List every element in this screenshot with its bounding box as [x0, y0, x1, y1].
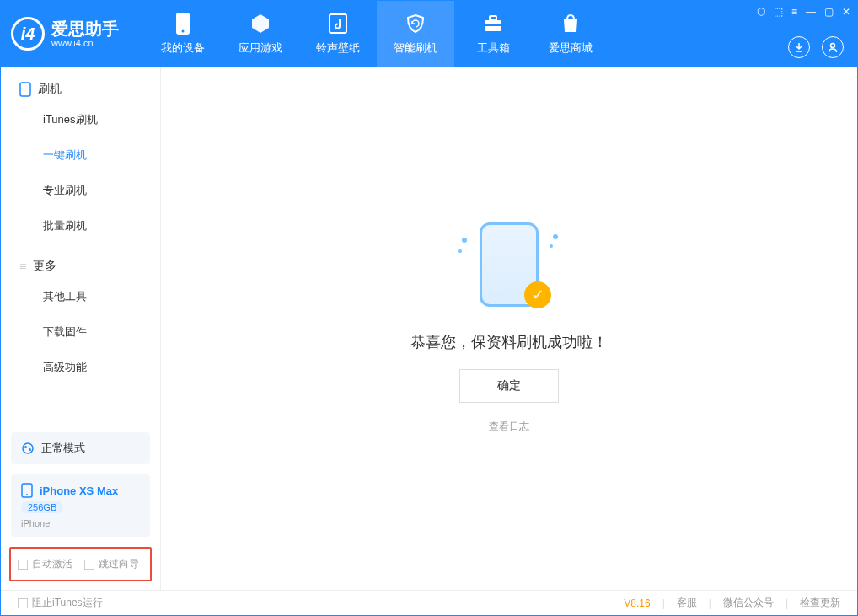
nav-label: 铃声壁纸: [316, 40, 360, 56]
download-button[interactable]: [788, 36, 810, 58]
logo-text: 爱思助手 www.i4.cn: [51, 19, 119, 48]
nav: 我的设备 应用游戏 铃声壁纸 智能刷机 工具箱 爱思商城: [144, 1, 609, 67]
sidebar-item-other-tools[interactable]: 其他工具: [1, 279, 160, 314]
logo-icon: i4: [11, 17, 45, 51]
lock-icon[interactable]: ⬚: [774, 6, 783, 18]
device-type: iPhone: [21, 518, 50, 528]
svg-point-1: [182, 30, 185, 33]
checkbox-icon: [84, 560, 94, 570]
section-label: 刷机: [38, 82, 62, 97]
app-title: 爱思助手: [51, 19, 119, 38]
main-content: ✓ 恭喜您，保资料刷机成功啦！ 确定 查看日志: [161, 67, 857, 590]
sidebar-item-advanced[interactable]: 高级功能: [1, 350, 160, 385]
body: 刷机 iTunes刷机 一键刷机 专业刷机 批量刷机 ≡ 更多 其他工具 下载固…: [1, 67, 857, 590]
checkbox-label: 阻止iTunes运行: [32, 596, 103, 610]
window-controls-extra: ⬡ ⬚ ≡ — ▢ ✕: [757, 6, 850, 18]
nav-label: 应用游戏: [239, 40, 282, 56]
sidebar-section-flash: 刷机: [1, 67, 160, 102]
cube-icon: [249, 12, 272, 35]
footer-right: V8.16 | 客服 | 微信公众号 | 检查更新: [624, 596, 840, 610]
nav-apps-games[interactable]: 应用游戏: [222, 1, 299, 67]
svg-rect-4: [490, 16, 496, 20]
minimize-button[interactable]: —: [806, 6, 816, 18]
svg-point-9: [24, 446, 27, 448]
footer-left: 阻止iTunes运行: [18, 596, 103, 610]
checkbox-block-itunes[interactable]: 阻止iTunes运行: [18, 596, 103, 610]
section-label: 更多: [33, 259, 56, 274]
sidebar-item-oneclick-flash[interactable]: 一键刷机: [1, 137, 160, 173]
checkbox-icon: [18, 598, 28, 608]
nav-store[interactable]: 爱思商城: [532, 1, 609, 67]
svg-point-6: [831, 44, 835, 48]
checkbox-label: 跳过向导: [99, 557, 139, 571]
toolbox-icon: [481, 12, 505, 35]
svg-point-8: [23, 443, 33, 453]
list-icon: ≡: [19, 260, 26, 273]
mode-label: 正常模式: [41, 441, 85, 456]
logo[interactable]: i4 爱思助手 www.i4.cn: [11, 17, 119, 51]
sidebar-item-download-firmware[interactable]: 下载固件: [1, 314, 160, 350]
check-icon: ✓: [524, 281, 551, 308]
nav-label: 爱思商城: [549, 40, 593, 56]
maximize-button[interactable]: ▢: [824, 6, 834, 18]
checkbox-skip-guide[interactable]: 跳过向导: [84, 557, 139, 571]
mode-icon: [21, 442, 35, 455]
success-message: 恭喜您，保资料刷机成功啦！: [410, 332, 608, 352]
footer: 阻止iTunes运行 V8.16 | 客服 | 微信公众号 | 检查更新: [1, 590, 857, 615]
svg-rect-2: [330, 14, 346, 33]
close-button[interactable]: ✕: [842, 6, 850, 18]
music-note-icon: [326, 12, 350, 35]
device-box[interactable]: iPhone XS Max 256GB iPhone: [11, 474, 150, 537]
device-name: iPhone XS Max: [40, 485, 118, 497]
wechat-link[interactable]: 微信公众号: [723, 596, 774, 610]
device-phone-icon: [21, 483, 33, 498]
phone-icon: [19, 82, 31, 97]
device-icon: [171, 12, 195, 35]
nav-label: 工具箱: [477, 40, 510, 56]
checkbox-icon: [18, 560, 28, 570]
mode-box[interactable]: 正常模式: [11, 432, 150, 464]
version-label: V8.16: [624, 597, 650, 609]
sidebar-item-pro-flash[interactable]: 专业刷机: [1, 173, 160, 208]
svg-rect-7: [20, 83, 30, 96]
svg-rect-5: [485, 24, 501, 26]
app-subtitle: www.i4.cn: [51, 38, 119, 48]
svg-point-10: [29, 448, 31, 451]
menu-icon[interactable]: ≡: [791, 6, 797, 18]
shirt-icon[interactable]: ⬡: [757, 6, 765, 18]
nav-ringtone-wallpaper[interactable]: 铃声壁纸: [299, 1, 377, 67]
checkbox-auto-activate[interactable]: 自动激活: [18, 557, 72, 571]
success-illustration: ✓: [458, 222, 560, 315]
bag-icon: [559, 12, 582, 35]
sidebar-item-batch-flash[interactable]: 批量刷机: [1, 208, 160, 244]
nav-label: 智能刷机: [394, 40, 437, 56]
svg-point-12: [26, 494, 28, 495]
sidebar-section-more: ≡ 更多: [1, 244, 160, 279]
checkbox-label: 自动激活: [32, 557, 72, 571]
header: i4 爱思助手 www.i4.cn 我的设备 应用游戏 铃声壁纸 智能刷机 工具…: [1, 1, 857, 67]
user-button[interactable]: [822, 36, 844, 58]
confirm-button[interactable]: 确定: [459, 369, 559, 403]
sidebar: 刷机 iTunes刷机 一键刷机 专业刷机 批量刷机 ≡ 更多 其他工具 下载固…: [1, 67, 161, 590]
nav-toolbox[interactable]: 工具箱: [454, 1, 532, 67]
check-update-link[interactable]: 检查更新: [800, 596, 840, 610]
options-box: 自动激活 跳过向导: [9, 547, 152, 581]
nav-my-device[interactable]: 我的设备: [144, 1, 222, 67]
nav-label: 我的设备: [161, 40, 205, 56]
sidebar-item-itunes-flash[interactable]: iTunes刷机: [1, 102, 160, 137]
nav-smart-flash[interactable]: 智能刷机: [377, 1, 454, 67]
view-log-link[interactable]: 查看日志: [489, 420, 529, 434]
support-link[interactable]: 客服: [677, 596, 697, 610]
user-controls: [788, 36, 844, 58]
refresh-shield-icon: [404, 12, 427, 35]
device-capacity: 256GB: [21, 501, 63, 513]
